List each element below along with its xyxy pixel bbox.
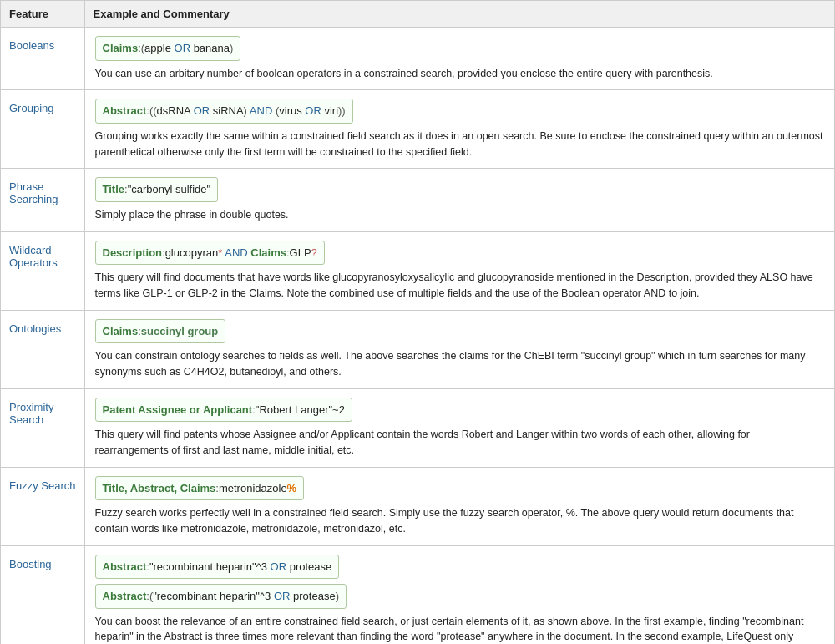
query-box-boosting-2: Abstract:("recombinant heparin"^3 OR pro… (95, 584, 347, 609)
table-row: PhraseSearching Title:"carbonyl sulfide"… (1, 169, 835, 231)
table-row: Ontologies Claims:succinyl group You can… (1, 310, 835, 388)
feature-label-phrase: PhraseSearching (1, 169, 85, 231)
example-phrase: Title:"carbonyl sulfide" Simply place th… (84, 169, 835, 231)
feature-label-boosting: Boosting (1, 545, 85, 644)
desc-booleans: You can use an arbitary number of boolea… (95, 66, 825, 82)
desc-fuzzy: Fuzzy search works perfectly well in a c… (95, 505, 825, 537)
query-box-phrase: Title:"carbonyl sulfide" (95, 177, 219, 202)
table-row: Booleans Claims:(apple OR banana) You ca… (1, 28, 835, 90)
feature-label-booleans: Booleans (1, 28, 85, 90)
query-box-fuzzy: Title, Abstract, Claims:metronidazole% (95, 476, 305, 501)
table-row: ProximitySearch Patent Assignee or Appli… (1, 388, 835, 467)
desc-phrase: Simply place the phrase in double quotes… (95, 207, 825, 223)
table-row: WildcardOperators Description:glucopyran… (1, 231, 835, 310)
query-box-proximity: Patent Assignee or Applicant:"Robert Lan… (95, 398, 352, 423)
example-fuzzy: Title, Abstract, Claims:metronidazole% F… (84, 467, 835, 545)
example-ontologies: Claims:succinyl group You can constrain … (84, 310, 835, 388)
query-box-wildcard: Description:glucopyran* AND Claims:GLP? (95, 241, 325, 266)
desc-proximity: This query will find patents whose Assig… (95, 427, 825, 459)
example-grouping: Abstract:((dsRNA OR siRNA) AND (virus OR… (84, 90, 835, 169)
feature-label-wildcard: WildcardOperators (1, 231, 85, 310)
desc-ontologies: You can constrain ontology searches to f… (95, 348, 825, 380)
feature-label-grouping: Grouping (1, 90, 85, 169)
example-wildcard: Description:glucopyran* AND Claims:GLP? … (84, 231, 835, 310)
feature-label-proximity: ProximitySearch (1, 388, 85, 467)
example-boosting: Abstract:"recombinant heparin"^3 OR prot… (84, 545, 835, 644)
table-row: Grouping Abstract:((dsRNA OR siRNA) AND … (1, 90, 835, 169)
table-row: Fuzzy Search Title, Abstract, Claims:met… (1, 467, 835, 545)
table-row: Boosting Abstract:"recombinant heparin"^… (1, 545, 835, 644)
query-box-ontologies: Claims:succinyl group (95, 319, 226, 344)
query-box-boosting-1: Abstract:"recombinant heparin"^3 OR prot… (95, 555, 340, 580)
feature-label-fuzzy: Fuzzy Search (1, 467, 85, 545)
query-box-booleans: Claims:(apple OR banana) (95, 36, 241, 61)
col-feature-header: Feature (1, 1, 85, 28)
desc-boosting: You can boost the relevance of an entire… (95, 614, 825, 645)
query-box-grouping: Abstract:((dsRNA OR siRNA) AND (virus OR… (95, 99, 353, 124)
feature-label-ontologies: Ontologies (1, 310, 85, 388)
desc-wildcard: This query will find documents that have… (95, 270, 825, 302)
col-example-header: Example and Commentary (84, 1, 835, 28)
example-proximity: Patent Assignee or Applicant:"Robert Lan… (84, 388, 835, 467)
desc-grouping: Grouping works exactly the same within a… (95, 129, 825, 160)
example-booleans: Claims:(apple OR banana) You can use an … (84, 28, 835, 90)
